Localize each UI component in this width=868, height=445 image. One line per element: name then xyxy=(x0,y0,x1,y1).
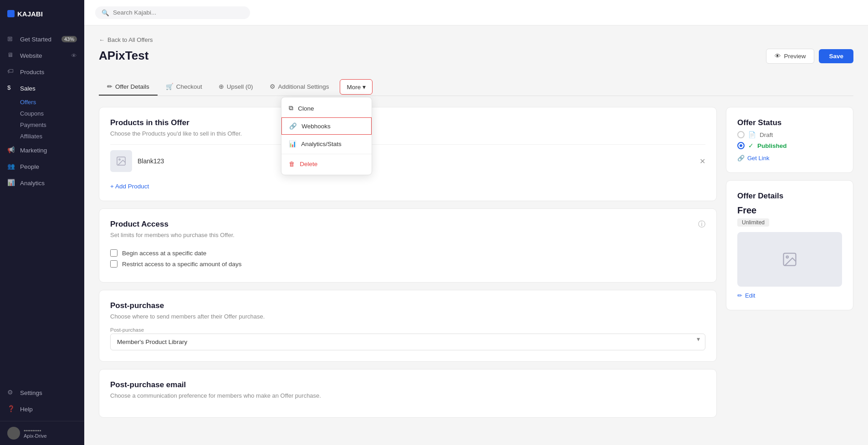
main-area: 🔍 ← Back to All Offers APixTest 👁 Previe… xyxy=(84,0,868,445)
post-purchase-title: Post-purchase xyxy=(110,301,705,310)
products-card-title: Products in this Offer xyxy=(110,118,705,127)
svg-point-3 xyxy=(119,159,120,160)
more-button[interactable]: More ▾ ⧉ Clone 🔗 Webhooks 📊 Analytics/St… xyxy=(340,79,373,95)
dropdown-item-webhooks[interactable]: 🔗 Webhooks xyxy=(281,117,372,135)
sidebar-item-settings[interactable]: ⚙ Settings xyxy=(0,384,84,401)
arrow-left-icon: ← xyxy=(99,36,105,43)
svg-text:KAJABI: KAJABI xyxy=(17,10,43,18)
tab-additional-settings[interactable]: ⚙ Additional Settings xyxy=(261,78,337,96)
sidebar-item-get-started[interactable]: ⊞ Get Started 43% xyxy=(0,31,84,47)
sidebar-item-help[interactable]: ❓ Help xyxy=(0,401,84,417)
post-purchase-email-subtitle: Choose a communication preference for me… xyxy=(110,392,705,399)
save-button[interactable]: Save xyxy=(819,49,853,63)
draft-radio[interactable] xyxy=(737,131,745,138)
pencil-icon: ✏ xyxy=(107,83,112,90)
products-card-subtitle: Choose the Products you'd like to sell i… xyxy=(110,130,705,137)
sidebar-item-people[interactable]: 👥 People xyxy=(0,158,84,175)
back-link[interactable]: ← Back to All Offers xyxy=(99,36,853,43)
search-icon: 🔍 xyxy=(102,9,109,16)
sidebar-logo: KAJABI xyxy=(0,0,84,27)
sidebar-item-sales[interactable]: $ Sales xyxy=(0,80,84,96)
grid-icon: ⊞ xyxy=(7,35,15,43)
tab-upsell[interactable]: ⊕ Upsell (0) xyxy=(210,78,261,96)
check-icon: ✓ xyxy=(748,142,754,149)
monitor-icon: 🖥 xyxy=(7,51,15,60)
published-label: Published xyxy=(757,142,787,149)
eye-icon: 👁 xyxy=(71,52,77,59)
avatar xyxy=(7,427,20,440)
sidebar-item-analytics[interactable]: 📊 Analytics xyxy=(0,175,84,191)
sidebar-item-marketing[interactable]: 📢 Marketing xyxy=(0,142,84,158)
product-item: Blank123 ✕ xyxy=(110,144,705,177)
search-input[interactable] xyxy=(113,9,204,16)
offer-edit-button[interactable]: ✏ Edit xyxy=(737,292,842,299)
offer-thumbnail xyxy=(737,232,842,287)
product-name: Blank123 xyxy=(138,157,694,165)
post-purchase-email-card: Post-purchase email Choose a communicati… xyxy=(99,369,717,418)
offer-details-card: Offer Details Free Unlimited ✏ Edit xyxy=(726,180,853,310)
sidebar-navigation: ⊞ Get Started 43% 🖥 Website 👁 🏷 Products… xyxy=(0,27,84,381)
offer-price: Free xyxy=(737,205,842,216)
dropdown-item-clone[interactable]: ⧉ Clone xyxy=(281,100,372,116)
sidebar-item-website[interactable]: 🖥 Website 👁 xyxy=(0,47,84,64)
draft-label: Draft xyxy=(760,131,773,138)
preview-button[interactable]: 👁 Preview xyxy=(766,49,814,64)
sidebar-sub-sales: Offers Coupons Payments Affiliates xyxy=(0,96,84,142)
restrict-access-checkbox[interactable] xyxy=(110,260,117,268)
file-icon: 📄 xyxy=(748,131,756,138)
published-radio[interactable] xyxy=(737,142,745,149)
cart-icon: 🛒 xyxy=(166,83,174,90)
page-title: APixTest xyxy=(99,49,148,63)
dropdown-divider xyxy=(281,154,372,154)
begin-access-row: Begin access at a specific date xyxy=(110,249,705,257)
sidebar-item-products[interactable]: 🏷 Products xyxy=(0,64,84,80)
more-dropdown: ⧉ Clone 🔗 Webhooks 📊 Analytics/Stats 🗑 xyxy=(281,97,372,175)
dropdown-item-analytics-stats[interactable]: 📊 Analytics/Stats xyxy=(281,136,372,152)
megaphone-icon: 📢 xyxy=(7,146,15,154)
dollar-icon: $ xyxy=(7,84,15,92)
tag-icon: 🏷 xyxy=(7,68,15,76)
sidebar-item-coupons[interactable]: Coupons xyxy=(20,108,84,119)
add-product-button[interactable]: + Add Product xyxy=(110,183,705,190)
copy-icon: ⧉ xyxy=(289,105,293,112)
upsell-icon: ⊕ xyxy=(219,83,224,90)
post-purchase-select-label: Post-purchase xyxy=(110,327,705,333)
post-purchase-select-wrap: Post-purchase Member's Product Library ▾ xyxy=(110,327,705,350)
svg-point-5 xyxy=(786,256,789,258)
svg-rect-0 xyxy=(7,10,15,17)
two-column-layout: Products in this Offer Choose the Produc… xyxy=(99,107,853,418)
restrict-access-row: Restrict access to a specific amount of … xyxy=(110,260,705,268)
tabs-row: ✏ Offer Details 🛒 Checkout ⊕ Upsell (0) … xyxy=(99,78,853,96)
get-link-button[interactable]: 🔗 Get Link xyxy=(737,155,842,162)
begin-access-checkbox[interactable] xyxy=(110,249,117,257)
chevron-down-icon: ▾ xyxy=(363,83,366,91)
sidebar-item-payments[interactable]: Payments xyxy=(20,119,84,131)
users-icon: 👥 xyxy=(7,162,15,171)
bar-chart-icon: 📊 xyxy=(7,179,15,187)
webhook-icon: 🔗 xyxy=(289,122,297,130)
help-circle-icon: ❓ xyxy=(7,405,15,413)
sidebar-item-affiliates[interactable]: Affiliates xyxy=(20,131,84,142)
tab-checkout[interactable]: 🛒 Checkout xyxy=(158,78,210,96)
sidebar-user: •••••••••• Apix-Drive xyxy=(0,421,84,445)
settings-icon: ⚙ xyxy=(270,83,276,90)
offer-details-title: Offer Details xyxy=(737,192,842,201)
info-icon: ⓘ xyxy=(698,220,705,229)
begin-access-label: Begin access at a specific date xyxy=(122,250,206,257)
analytics-icon: 📊 xyxy=(289,140,296,147)
sidebar: KAJABI ⊞ Get Started 43% 🖥 Website 👁 🏷 P… xyxy=(0,0,84,445)
gear-icon: ⚙ xyxy=(7,389,15,397)
products-card: Products in this Offer Choose the Produc… xyxy=(99,107,717,201)
status-published-row: ✓ Published xyxy=(737,142,842,149)
post-purchase-email-title: Post-purchase email xyxy=(110,380,705,389)
product-remove-button[interactable]: ✕ xyxy=(700,157,705,166)
product-thumbnail xyxy=(110,150,132,172)
header-actions: 👁 Preview Save xyxy=(766,49,853,64)
sidebar-item-offers[interactable]: Offers xyxy=(20,96,84,108)
offer-badge: Unlimited xyxy=(737,218,769,227)
dropdown-item-delete[interactable]: 🗑 Delete xyxy=(281,156,372,172)
post-purchase-select[interactable]: Member's Product Library xyxy=(110,334,705,350)
tab-offer-details[interactable]: ✏ Offer Details xyxy=(99,78,158,96)
search-box[interactable]: 🔍 xyxy=(95,6,250,19)
post-purchase-subtitle: Choose where to send members after their… xyxy=(110,313,705,320)
